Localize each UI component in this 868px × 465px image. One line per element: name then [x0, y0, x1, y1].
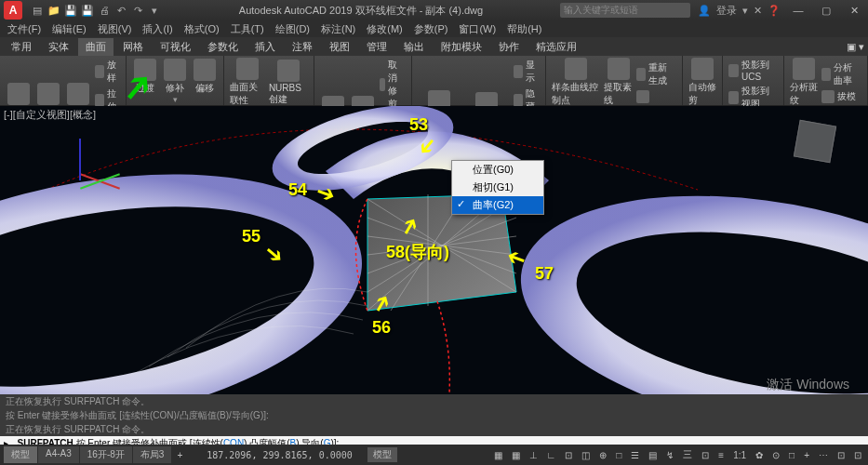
- menu-item[interactable]: 工具(T): [231, 22, 264, 36]
- status-toggle-icon[interactable]: ⊡: [835, 450, 848, 460]
- qat-undo-icon[interactable]: ↶: [114, 3, 128, 18]
- menu-item[interactable]: 修改(M): [367, 22, 403, 36]
- ribbon-small-button[interactable]: 拔模: [821, 89, 861, 104]
- status-toggle-icon[interactable]: ↯: [663, 450, 676, 460]
- viewport-label[interactable]: [-][自定义视图][概念]: [4, 108, 96, 122]
- exchange-icon[interactable]: ✕: [754, 5, 762, 17]
- ribbon-button[interactable]: 曲面关联性: [230, 58, 265, 107]
- status-toggle-icon[interactable]: ▦: [491, 450, 505, 460]
- ribbon-small-button[interactable]: 投影到UCS: [728, 58, 777, 83]
- ribbon-tab[interactable]: 曲面: [78, 38, 114, 56]
- minimize-button[interactable]: —: [784, 0, 812, 20]
- status-toggle-icon[interactable]: ⊥: [527, 450, 541, 460]
- ribbon-button[interactable]: 自动修剪: [688, 58, 717, 107]
- qat-open-icon[interactable]: 📁: [47, 3, 61, 18]
- status-toggle-icon[interactable]: ⊡: [562, 450, 575, 460]
- ribbon-tab[interactable]: 网格: [115, 38, 151, 56]
- layout-tab[interactable]: 布局3: [133, 446, 172, 463]
- status-toggle-icon[interactable]: +: [801, 450, 812, 460]
- ribbon-tab[interactable]: 常用: [4, 38, 39, 56]
- status-toggle-icon[interactable]: ☰: [628, 450, 642, 460]
- ribbon-panel: 网络平面扫掠放样拉伸旋转创建 ▾: [0, 56, 127, 105]
- qat-new-icon[interactable]: ▤: [30, 3, 45, 18]
- status-mode[interactable]: 模型: [367, 447, 397, 462]
- ribbon-button-icon: [277, 60, 300, 82]
- ribbon-button[interactable]: 提取素线: [604, 58, 632, 107]
- layout-add-icon[interactable]: +: [177, 450, 182, 460]
- help-icon[interactable]: ❓: [768, 5, 781, 17]
- ribbon-button[interactable]: 分析斑纹: [790, 58, 818, 107]
- ribbon-button[interactable]: 偏移: [192, 59, 218, 95]
- panel-name[interactable]: ▾: [132, 95, 218, 104]
- context-menu-item[interactable]: 相切(G1): [452, 179, 543, 196]
- maximize-button[interactable]: ▢: [812, 0, 840, 20]
- menu-item[interactable]: 插入(I): [142, 22, 172, 36]
- status-toggle-icon[interactable]: ⋯: [816, 450, 831, 460]
- ribbon-tab[interactable]: 参数化: [200, 38, 246, 56]
- menu-item[interactable]: 帮助(H): [507, 22, 541, 36]
- menu-item[interactable]: 文件(F): [7, 22, 41, 36]
- ribbon-small-button[interactable]: [636, 89, 676, 104]
- context-menu-item[interactable]: 位置(G0): [452, 161, 543, 179]
- status-toggle-icon[interactable]: ≡: [715, 450, 727, 460]
- status-toggle-icon[interactable]: 三: [680, 448, 695, 461]
- menu-item[interactable]: 标注(N): [321, 22, 355, 36]
- view-cube[interactable]: [789, 123, 840, 174]
- status-toggle-icon[interactable]: ◫: [579, 450, 593, 460]
- menu-item[interactable]: 参数(P): [414, 22, 448, 36]
- qat-dropdown-icon[interactable]: ▾: [147, 3, 162, 18]
- menu-item[interactable]: 绘图(D): [275, 22, 310, 36]
- status-toggle-icon[interactable]: 1:1: [730, 450, 749, 460]
- qat-save-icon[interactable]: 💾: [63, 3, 78, 18]
- login-link[interactable]: 登录: [716, 4, 737, 18]
- ribbon-tab[interactable]: 视图: [322, 38, 357, 56]
- ribbon-options-icon[interactable]: ▣ ▾: [847, 41, 864, 53]
- layout-tab[interactable]: 16开-8开: [80, 446, 132, 463]
- ribbon-small-button[interactable]: 取消修剪: [380, 58, 407, 112]
- status-toggle-icon[interactable]: □: [613, 450, 624, 460]
- layout-tab[interactable]: A4-A3: [38, 446, 79, 463]
- status-toggle-icon[interactable]: ✿: [753, 450, 766, 460]
- ribbon-tab[interactable]: 输出: [396, 38, 432, 56]
- context-menu-item[interactable]: 曲率(G2): [452, 196, 543, 214]
- qat-plot-icon[interactable]: 🖨: [97, 3, 112, 18]
- status-toggle-icon[interactable]: ▦: [509, 450, 523, 460]
- status-toggle-icon[interactable]: ⊡: [699, 450, 712, 460]
- status-toggle-icon[interactable]: □: [786, 450, 797, 460]
- ribbon-tab[interactable]: 插入: [247, 38, 283, 56]
- ribbon-tab[interactable]: 注释: [285, 38, 320, 56]
- status-toggle-icon[interactable]: ⊡: [851, 450, 864, 460]
- ribbon-small-button[interactable]: 显示: [514, 58, 540, 86]
- help-search-input[interactable]: 输入关键字或短语: [560, 3, 690, 18]
- menu-item[interactable]: 格式(O): [184, 22, 220, 36]
- ribbon-tab[interactable]: 附加模块: [434, 38, 489, 56]
- status-toggle-icon[interactable]: ⊕: [596, 450, 609, 460]
- ribbon-tab[interactable]: 可视化: [153, 38, 198, 56]
- ribbon-button[interactable]: NURBS创建: [269, 60, 308, 106]
- ribbon-tab[interactable]: 精选应用: [528, 38, 584, 56]
- ribbon-tab[interactable]: 实体: [41, 38, 76, 56]
- layout-tab[interactable]: 模型: [4, 446, 37, 463]
- ribbon-button-label: 自动修剪: [688, 81, 717, 107]
- status-toggle-icon[interactable]: ⊙: [769, 450, 782, 460]
- ribbon-button[interactable]: 修补: [162, 59, 188, 95]
- menu-item[interactable]: 窗口(W): [459, 22, 496, 36]
- user-dropdown-icon[interactable]: ▾: [742, 5, 748, 17]
- status-toggle-icon[interactable]: ▤: [646, 450, 660, 460]
- menu-item[interactable]: 编辑(E): [52, 22, 87, 36]
- user-icon[interactable]: 👤: [698, 5, 711, 17]
- ribbon-button[interactable]: 过渡: [132, 59, 158, 95]
- ribbon-button[interactable]: 样条曲线控制点: [552, 58, 601, 107]
- status-toggle-icon[interactable]: ∟: [544, 450, 559, 460]
- ribbon-small-button[interactable]: 重新生成: [636, 60, 676, 88]
- ribbon-small-button[interactable]: 分析曲率: [821, 60, 861, 88]
- ribbon-small-button[interactable]: 放样: [95, 58, 120, 86]
- ribbon-tab[interactable]: 协作: [491, 38, 527, 56]
- qat-redo-icon[interactable]: ↷: [130, 3, 145, 18]
- menu-item[interactable]: 视图(V): [98, 22, 132, 36]
- qat-saveas-icon[interactable]: 💾: [80, 3, 95, 18]
- app-logo[interactable]: A: [4, 1, 22, 20]
- ribbon-small-icon: [821, 68, 831, 81]
- close-button[interactable]: ✕: [840, 0, 868, 20]
- ribbon-tab[interactable]: 管理: [359, 38, 394, 56]
